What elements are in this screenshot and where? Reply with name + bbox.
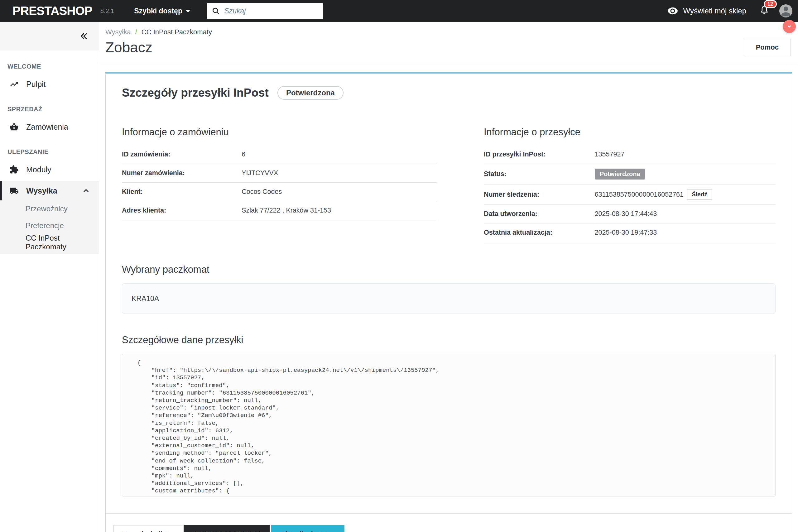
order-info-section: Informacje o zamówieniu ID zamówienia: 6… (122, 127, 437, 242)
locker-code: KRA10A (132, 294, 159, 303)
row-label: Status: (484, 170, 595, 178)
row-label: Data utworzenia: (484, 210, 595, 218)
status-badge: Potwierdzona (595, 169, 645, 179)
page-header: Wysyłka / CC InPost Paczkomaty Zobacz Po… (99, 22, 798, 63)
card-title-row: Szczegóły przesyłki InPost Potwierdzona (122, 86, 776, 100)
sidebar-collapse-strip (0, 22, 99, 51)
view-shop-label: Wyświetl mój sklep (683, 6, 746, 15)
quick-access-dropdown[interactable]: Szybki dostęp (134, 7, 190, 15)
table-row: Ostatnia aktualizacja: 2025-08-30 19:47:… (484, 224, 776, 242)
table-row: Numer zamówienia: YIJTCYVVX (122, 164, 437, 183)
shipment-json-block[interactable]: { "href": "https:\/\/sandbox-api-shipx-p… (122, 354, 776, 496)
prestashop-logo[interactable]: PRESTASHOP (13, 4, 92, 18)
quick-access-label: Szybki dostęp (134, 7, 182, 15)
update-status-button[interactable]: Aktualizuj status (271, 525, 344, 532)
shipment-info-title: Informacje o przesyłce (484, 127, 776, 138)
row-value: 2025-08-30 17:44:43 (595, 210, 657, 218)
table-row: ID przesyłki InPost: 13557927 (484, 145, 776, 164)
sidebar-item-wysylka[interactable]: Wysyłka (0, 181, 99, 201)
sidebar-item-label: Zamówienia (26, 122, 68, 132)
row-value: 2025-08-30 19:47:33 (595, 229, 657, 236)
card-body: Szczegóły przesyłki InPost Potwierdzona … (106, 74, 792, 496)
table-row: ID zamówienia: 6 (122, 145, 437, 164)
details-section: Szczegółowe dane przesyłki { "href": "ht… (122, 335, 776, 496)
puzzle-icon (10, 165, 19, 174)
basket-icon (10, 122, 19, 132)
notifications-button[interactable]: 12 (759, 4, 770, 17)
prestashop-admin-page: PRESTASHOP 8.2.1 Szybki dostęp Wyświetl … (0, 0, 798, 532)
track-button[interactable]: Śledź (687, 189, 712, 200)
sidebar-item-zamowienia[interactable]: Zamówienia (0, 117, 99, 136)
eye-icon (667, 5, 678, 17)
table-row: Klient: Cocos Codes (122, 183, 437, 201)
main-content: Wysyłka / CC InPost Paczkomaty Zobacz Po… (99, 22, 798, 532)
row-label: Numer śledzenia: (484, 191, 595, 198)
collapse-sidebar-icon[interactable] (79, 32, 88, 41)
title-row: Zobacz Pomoc (106, 39, 791, 56)
search-input[interactable] (224, 7, 318, 15)
row-value: Cocos Codes (242, 188, 282, 196)
order-info-title: Informacje o zamówieniu (122, 127, 437, 138)
row-label: Ostatnia aktualizacja: (484, 229, 595, 236)
row-label: ID zamówienia: (122, 151, 242, 158)
sidebar-subitem-przewoznicy[interactable]: Przewoźnicy (0, 201, 99, 217)
table-row: Adres klienta: Szlak 77/222 , Kraków 31-… (122, 201, 437, 220)
table-row: Status: Potwierdzona (484, 164, 776, 185)
user-icon (779, 4, 792, 17)
floating-chevron-button[interactable] (783, 20, 796, 33)
chevron-down-icon (785, 23, 793, 30)
back-to-list-button[interactable]: Powrót do listy (113, 525, 182, 532)
row-value: 6 (242, 151, 245, 158)
card-title: Szczegóły przesyłki InPost (122, 86, 269, 99)
row-value: Szlak 77/222 , Kraków 31-153 (242, 207, 331, 214)
page-title: Zobacz (106, 39, 152, 56)
menu-section-welcome: WELCOME (0, 63, 99, 70)
row-value: 13557927 (595, 151, 625, 158)
truck-icon (10, 186, 19, 195)
row-label: ID przesyłki InPost: (484, 151, 595, 158)
info-grid: Informacje o zamówieniu ID zamówienia: 6… (122, 127, 776, 242)
row-label: Adres klienta: (122, 207, 242, 214)
status-pill: Potwierdzona (278, 86, 343, 100)
tracking-number: 631153857500000016052761 (595, 191, 684, 198)
row-value: YIJTCYVVX (242, 169, 278, 177)
notification-badge: 12 (764, 0, 777, 8)
sidebar-menu: WELCOME Pulpit SPRZEDAŻ Zamówienia ULEPS… (0, 51, 99, 254)
trending-up-icon (10, 79, 19, 89)
row-value: Potwierdzona (595, 169, 645, 179)
shipment-info-section: Informacje o przesyłce ID przesyłki InPo… (484, 127, 776, 242)
download-label-button[interactable]: POBIERZ ETYKIETĘ (184, 525, 270, 532)
help-button[interactable]: Pomoc (744, 39, 791, 56)
caret-down-icon (186, 10, 190, 13)
row-label: Numer zamówienia: (122, 169, 242, 177)
shipment-card: Szczegóły przesyłki InPost Potwierdzona … (106, 72, 792, 532)
avatar[interactable] (779, 4, 792, 17)
version-label: 8.2.1 (100, 7, 114, 15)
table-row: Data utworzenia: 2025-08-30 17:44:43 (484, 205, 776, 224)
search-bar (207, 3, 323, 19)
sidebar-subitem-preferencje[interactable]: Preferencje (0, 217, 99, 234)
breadcrumb-parent[interactable]: Wysyłka (106, 28, 131, 36)
sidebar-item-label: Pulpit (26, 80, 46, 89)
card-footer: Powrót do listy POBIERZ ETYKIETĘ Aktuali… (106, 513, 792, 532)
row-value: 631153857500000016052761 Śledź (595, 189, 712, 200)
locker-box: KRA10A (122, 283, 776, 314)
topbar-right: Wyświetl mój sklep 12 (667, 4, 793, 17)
sidebar: WELCOME Pulpit SPRZEDAŻ Zamówienia ULEPS… (0, 22, 99, 532)
locker-section: Wybrany paczkomat KRA10A (122, 264, 776, 314)
sidebar-item-label: Wysyłka (26, 186, 57, 195)
row-label: Klient: (122, 188, 242, 196)
sidebar-subitem-cc-inpost-paczkomaty[interactable]: CC InPost Paczkomaty (0, 234, 99, 251)
menu-section-ulepszanie: ULEPSZANIE (0, 148, 99, 155)
locker-title: Wybrany paczkomat (122, 264, 776, 275)
chevron-up-icon (82, 187, 90, 195)
search-icon (212, 6, 220, 16)
view-shop-link[interactable]: Wyświetl mój sklep (667, 5, 746, 17)
sidebar-group-wysylka: Wysyłka Przewoźnicy Preferencje CC InPos… (0, 181, 99, 254)
menu-section-sprzedaz: SPRZEDAŻ (0, 106, 99, 113)
sidebar-item-moduly[interactable]: Moduły (0, 160, 99, 179)
sidebar-item-pulpit[interactable]: Pulpit (0, 75, 99, 94)
sidebar-item-label: Moduły (26, 165, 52, 174)
breadcrumb-separator: / (135, 28, 137, 36)
breadcrumb: Wysyłka / CC InPost Paczkomaty (106, 28, 791, 36)
